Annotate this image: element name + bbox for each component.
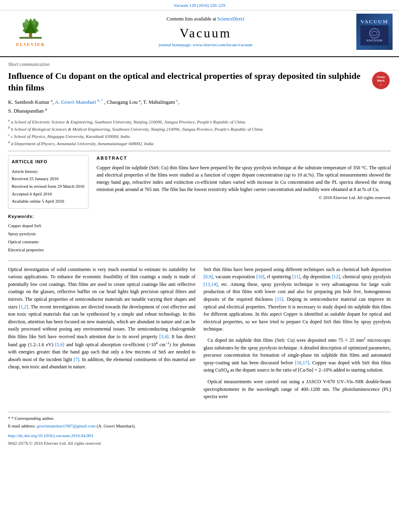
right-col: ABSTRACT Copper doped tin sulphide (SnS:… [97, 155, 391, 254]
author-dhanapandian: S. Dhanapandian d [8, 108, 47, 114]
vacuum-journal-badge: VACUUM VACUUM [356, 14, 393, 50]
keyword-3: Optical constants [8, 238, 88, 246]
affiliation-d: d d Department of Physics, Annamalai Uni… [8, 140, 391, 147]
left-col: ARTICLE INFO Article history: Received 2… [8, 155, 88, 254]
ref-11[interactable]: [11] [292, 274, 300, 279]
article-title-row: Influence of Cu dopant on the optical an… [8, 70, 391, 93]
svg-text:Mark: Mark [377, 79, 385, 82]
abstract-text: Copper doped tin sulphide (SnS: Cu) thin… [97, 164, 391, 193]
article-info-title: ARTICLE INFO [12, 159, 85, 165]
author-santhosh: K. Santhosh Kumar a, [8, 99, 55, 105]
authors: K. Santhosh Kumar a, A. Gowri Manohari b… [8, 97, 391, 115]
doi-link[interactable]: http://dx.doi.org/10.1016/j.vacuum.2016.… [8, 433, 391, 439]
footer-copyright: 0042-207X/© 2016 Elsevier Ltd. All right… [8, 440, 391, 446]
journal-header: Vacuum 128 (2016) 226–229 ELSEVIER [0, 0, 399, 57]
ref-3-4[interactable]: [3,4] [159, 334, 169, 339]
journal-logo-row: ELSEVIER Contents lists available at Sci… [0, 10, 399, 53]
ref-10[interactable]: [10] [256, 274, 264, 279]
elsevier-logo: ELSEVIER [6, 16, 55, 47]
ref-8-9[interactable]: [8,9] [204, 274, 213, 279]
author-gowri[interactable]: A. Gowri Manohari b, * [55, 99, 103, 105]
corresponding-text: * Corresponding author. [11, 416, 54, 421]
received-date: Received 25 January 2016 [12, 175, 85, 183]
vacuum-badge-label: VACUUM [360, 18, 389, 25]
body-para-4: Optical measurements were carried out us… [204, 378, 391, 401]
received-revised-date: Received in revised form 29 March 2016 [12, 183, 85, 190]
svg-text:✓: ✓ [380, 84, 382, 86]
journal-homepage-link[interactable]: www.elsevier.com/locate/vacuum [193, 42, 252, 47]
keywords-title: Keywords: [8, 214, 88, 220]
available-online-date: Available online 5 April 2016 [12, 197, 85, 205]
affiliation-a: a a School of Electronic Science & Engin… [8, 118, 391, 125]
keywords-list: Copper doped SnS Spray pyrolysis Optical… [8, 222, 88, 254]
keyword-4: Electrical properties [8, 246, 88, 254]
elsevier-tree-icon [14, 16, 47, 41]
ref-1-2[interactable]: [1,2] [19, 304, 28, 310]
journal-top-bar: Vacuum 128 (2016) 226–229 [0, 0, 399, 10]
abstract-title: ABSTRACT [97, 155, 391, 161]
svg-text:Cross: Cross [377, 76, 385, 78]
journal-name: Vacuum [55, 24, 356, 42]
ref-13-14[interactable]: [13,14] [204, 281, 218, 287]
contents-text: Contents lists available at [167, 16, 216, 22]
sciencedirect-link[interactable]: ScienceDirect [217, 16, 244, 22]
separator-1 [8, 151, 391, 151]
corresponding-star: * [8, 416, 11, 421]
history-label: Article history: [12, 168, 85, 175]
email-line: E-mail address: gowrimanohari1987@gmail.… [8, 423, 391, 429]
keyword-1: Copper doped SnS [8, 222, 88, 230]
vacuum-badge-graphic: VACUUM [360, 25, 389, 45]
ref-15[interactable]: [15] [275, 296, 283, 302]
article-info-content: Article history: Received 25 January 201… [12, 168, 85, 205]
ref-5-6[interactable]: [5,6] [55, 342, 64, 347]
affiliation-c: c c School of Physics, Alagappa Universi… [8, 132, 391, 140]
footer-notes: * * Corresponding author. E-mail address… [8, 412, 391, 447]
accepted-date: Accepted 4 April 2016 [12, 190, 85, 198]
email-address[interactable]: gowrimanohari1987@gmail.com [37, 423, 95, 428]
elsevier-wordmark: ELSEVIER [16, 41, 45, 47]
body-para-3: Cu doped tin sulphide thin films (SnS: C… [204, 336, 391, 375]
crossmark-svg: Cross Mark ✓ [372, 72, 390, 89]
email-label: E-mail address: [8, 423, 36, 428]
article-content: Short communication Influence of Cu dopa… [0, 57, 399, 446]
crossmark-badge[interactable]: Cross Mark ✓ [371, 70, 391, 90]
body-para-2: SnS thin films have been prepared using … [204, 266, 391, 333]
article-type: Short communication [8, 57, 391, 70]
journal-homepage-text: journal homepage: [158, 42, 191, 47]
corresponding-author-note: * * Corresponding author. [8, 415, 391, 421]
article-info-abstract-row: ARTICLE INFO Article history: Received 2… [8, 155, 391, 254]
body-col-left: Optical investigation of solid constitue… [8, 266, 195, 404]
body-col-right: SnS thin films have been prepared using … [204, 266, 391, 404]
ref-7[interactable]: [7] [74, 357, 79, 362]
affiliation-b: b b School of Biological Sciences & Medi… [8, 125, 391, 132]
keywords-box: Keywords: Copper doped SnS Spray pyrolys… [8, 214, 88, 254]
body-two-col: Optical investigation of solid constitue… [8, 261, 391, 404]
abstract-copyright: © 2016 Elsevier Ltd. All rights reserved… [97, 195, 391, 201]
svg-text:VACUUM: VACUUM [366, 39, 383, 42]
body-para-1: Optical investigation of solid constitue… [8, 266, 195, 371]
email-author-note: (A. Gowri Manohari). [97, 423, 136, 428]
journal-center: Contents lists available at ScienceDirec… [55, 16, 356, 48]
ref-12[interactable]: [12] [332, 274, 340, 279]
affiliations: a a School of Electronic Science & Engin… [8, 118, 391, 147]
ref-16-17[interactable]: [16,17] [295, 360, 309, 366]
volume-info: Vacuum 128 (2016) 226–229 [174, 3, 226, 8]
author-sep1: , Chaogang Lou a, T. Mahalingam c, [104, 99, 179, 105]
crossmark-icon: Cross Mark ✓ [372, 72, 390, 89]
keyword-2: Spray pyrolysis [8, 230, 88, 238]
article-info-box: ARTICLE INFO Article history: Received 2… [8, 155, 88, 209]
article-title: Influence of Cu dopant on the optical an… [8, 70, 363, 93]
journal-homepage: journal homepage: www.elsevier.com/locat… [55, 42, 356, 48]
contents-line: Contents lists available at ScienceDirec… [55, 16, 356, 23]
